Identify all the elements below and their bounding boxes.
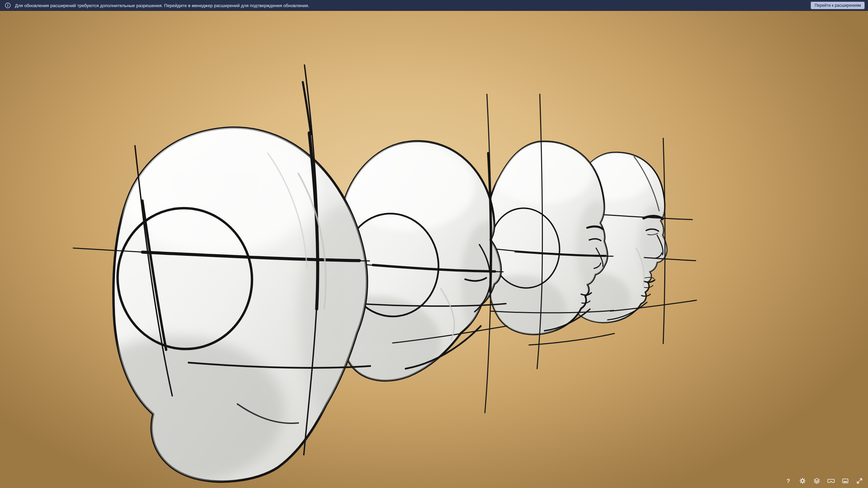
notification-bar: Для обновления расширений требуются допо…	[0, 0, 868, 11]
model-canvas[interactable]	[0, 11, 868, 488]
notification-message: Для обновления расширений требуются допо…	[15, 3, 309, 8]
info-icon	[5, 2, 11, 8]
layers-button[interactable]	[813, 477, 821, 485]
head-1-basic-form	[68, 65, 393, 485]
help-button[interactable]: ?	[785, 477, 792, 485]
fullscreen-button[interactable]	[856, 477, 863, 485]
gear-icon	[799, 477, 806, 484]
theater-icon	[842, 477, 849, 484]
vr-goggles-icon	[827, 477, 835, 485]
go-to-extensions-button[interactable]: Перейти к расширениям	[811, 2, 865, 9]
vr-button[interactable]	[827, 477, 835, 485]
fullscreen-icon	[856, 477, 863, 484]
theater-mode-button[interactable]	[842, 477, 849, 485]
layers-icon	[813, 477, 820, 484]
help-icon: ?	[787, 478, 790, 484]
app-window: Для обновления расширений требуются допо…	[0, 0, 868, 488]
settings-button[interactable]	[799, 477, 806, 485]
viewer-controls: ?	[785, 477, 863, 485]
3d-viewer: ?	[0, 11, 868, 488]
heads-scene	[0, 11, 868, 488]
